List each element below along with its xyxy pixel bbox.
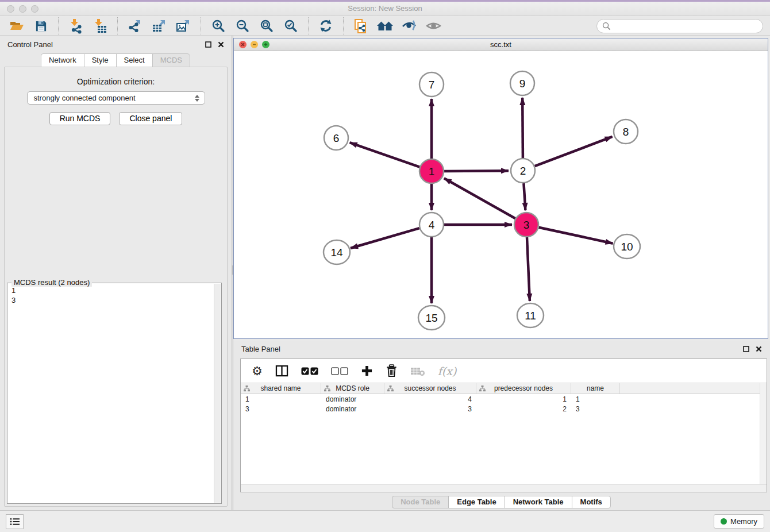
hide-eye-icon[interactable] bbox=[400, 17, 418, 34]
table-settings-icon[interactable]: ⚙ bbox=[252, 365, 263, 377]
graph-node-1[interactable]: 1 bbox=[419, 159, 444, 183]
network-window-titlebar[interactable]: scc.txt bbox=[234, 38, 768, 51]
tab-edge-table[interactable]: Edge Table bbox=[448, 496, 505, 508]
table-cell[interactable]: 1 bbox=[241, 395, 321, 403]
close-window-button[interactable] bbox=[7, 5, 14, 13]
float-table-panel-icon[interactable] bbox=[743, 346, 749, 352]
table-cell[interactable]: 2 bbox=[476, 405, 571, 413]
tab-motifs[interactable]: Motifs bbox=[572, 496, 611, 508]
open-session-icon[interactable] bbox=[7, 17, 26, 34]
table-cell[interactable]: dominator bbox=[321, 405, 384, 413]
deselect-all-icon[interactable] bbox=[331, 367, 348, 375]
import-network-icon[interactable] bbox=[67, 17, 85, 34]
table-vertical-scrollbar[interactable] bbox=[760, 383, 767, 484]
network-canvas[interactable]: 7968124314101511 bbox=[234, 51, 768, 338]
table-cell[interactable]: 4 bbox=[384, 395, 476, 403]
table-row[interactable]: 1dominator411 bbox=[241, 394, 767, 404]
network-maximize-button[interactable] bbox=[262, 41, 270, 48]
zoom-out-icon[interactable] bbox=[233, 17, 252, 34]
toolbar-separator bbox=[201, 17, 201, 34]
minimize-window-button[interactable] bbox=[19, 5, 26, 13]
refresh-icon[interactable] bbox=[317, 17, 335, 34]
table-cell[interactable]: 3 bbox=[571, 405, 620, 413]
tab-style[interactable]: Style bbox=[84, 53, 117, 67]
graph-edge-2-8[interactable] bbox=[535, 137, 613, 166]
tab-mcds[interactable]: MCDS bbox=[152, 53, 190, 67]
graph-node-4[interactable]: 4 bbox=[419, 213, 444, 237]
tab-network[interactable]: Network bbox=[41, 53, 84, 67]
graph-edge-2-9[interactable] bbox=[522, 98, 523, 158]
search-input[interactable] bbox=[614, 21, 757, 31]
result-scrollbar[interactable] bbox=[214, 284, 221, 503]
task-history-button[interactable] bbox=[6, 514, 24, 529]
table-cell[interactable]: 3 bbox=[241, 405, 321, 413]
graph-edge-3-1[interactable] bbox=[444, 178, 515, 218]
graph-node-2[interactable]: 2 bbox=[511, 159, 535, 183]
table-cell[interactable]: dominator bbox=[321, 395, 384, 403]
float-panel-icon[interactable] bbox=[205, 41, 211, 48]
table-toolbar: ⚙ f(x) bbox=[241, 359, 767, 383]
svg-text:15: 15 bbox=[425, 312, 437, 324]
network-title: scc.txt bbox=[490, 40, 511, 49]
network-minimize-button[interactable] bbox=[251, 41, 258, 48]
zoom-selected-icon[interactable] bbox=[282, 17, 300, 34]
graph-edge-1-2[interactable] bbox=[444, 171, 509, 171]
memory-button[interactable]: Memory bbox=[714, 514, 764, 529]
graph-node-14[interactable]: 14 bbox=[324, 240, 350, 264]
graph-node-3[interactable]: 3 bbox=[514, 213, 538, 237]
zoom-fit-icon[interactable] bbox=[257, 17, 276, 34]
export-table-icon[interactable] bbox=[150, 17, 168, 34]
export-image-icon[interactable] bbox=[174, 17, 192, 34]
table-horizontal-scrollbar[interactable] bbox=[241, 484, 767, 492]
svg-text:3: 3 bbox=[523, 219, 530, 231]
graph-node-6[interactable]: 6 bbox=[324, 126, 348, 150]
clone-network-icon[interactable] bbox=[352, 17, 370, 34]
graph-edge-2-3[interactable] bbox=[523, 183, 525, 210]
mcds-result-text[interactable]: 1 3 bbox=[11, 286, 212, 502]
tab-node-table[interactable]: Node Table bbox=[392, 496, 449, 508]
table-cell[interactable]: 1 bbox=[476, 395, 571, 403]
import-table-icon[interactable] bbox=[91, 17, 109, 34]
graph-edge-3-11[interactable] bbox=[527, 237, 530, 301]
column-header-predecessor-nodes[interactable]: predecessor nodes bbox=[476, 383, 571, 394]
graph-node-11[interactable]: 11 bbox=[517, 303, 544, 327]
delete-column-icon[interactable] bbox=[386, 364, 398, 377]
graph-edge-4-14[interactable] bbox=[351, 228, 419, 248]
select-all-icon[interactable] bbox=[301, 367, 318, 375]
column-header-successor-nodes[interactable]: successor nodes bbox=[384, 383, 476, 394]
graph-edge-3-10[interactable] bbox=[539, 228, 613, 244]
zoom-in-icon[interactable] bbox=[209, 17, 228, 34]
zoom-window-button[interactable] bbox=[31, 5, 38, 13]
graph-node-10[interactable]: 10 bbox=[614, 234, 640, 259]
save-session-icon[interactable] bbox=[32, 17, 50, 34]
search-field[interactable] bbox=[596, 19, 763, 33]
network-close-button[interactable] bbox=[239, 41, 247, 48]
column-header-mcds-role[interactable]: MCDS role bbox=[321, 383, 384, 394]
tab-network-table[interactable]: Network Table bbox=[505, 496, 572, 508]
run-mcds-button[interactable]: Run MCDS bbox=[49, 112, 111, 125]
svg-text:9: 9 bbox=[519, 78, 526, 90]
split-columns-icon[interactable] bbox=[275, 365, 288, 377]
table-cell[interactable]: 3 bbox=[384, 405, 476, 413]
column-header-shared-name[interactable]: shared name bbox=[241, 383, 321, 394]
graph-node-9[interactable]: 9 bbox=[510, 71, 534, 95]
graph-edge-1-6[interactable] bbox=[350, 142, 420, 167]
graph-node-7[interactable]: 7 bbox=[419, 72, 444, 97]
criterion-select[interactable]: strongly connected component bbox=[27, 91, 205, 105]
table-row[interactable]: 3dominator323 bbox=[241, 404, 767, 414]
houses-icon[interactable] bbox=[376, 17, 394, 34]
add-column-icon[interactable] bbox=[361, 365, 373, 377]
table-header-row: shared nameMCDS rolesuccessor nodesprede… bbox=[241, 383, 767, 394]
close-panel-icon[interactable] bbox=[218, 41, 224, 48]
window-accent-strip bbox=[0, 0, 770, 2]
tab-select[interactable]: Select bbox=[116, 53, 153, 67]
control-panel: Control Panel NetworkStyleSelectMCDS Opt… bbox=[0, 36, 232, 510]
graph-node-15[interactable]: 15 bbox=[418, 306, 445, 330]
function-builder-icon: f(x) bbox=[438, 365, 457, 377]
close-panel-button[interactable]: Close panel bbox=[119, 112, 182, 125]
close-table-panel-icon[interactable] bbox=[756, 346, 762, 352]
export-network-icon[interactable] bbox=[126, 17, 144, 34]
graph-node-8[interactable]: 8 bbox=[614, 119, 638, 144]
table-cell[interactable]: 1 bbox=[571, 395, 620, 403]
column-header-name[interactable]: name bbox=[571, 383, 620, 394]
